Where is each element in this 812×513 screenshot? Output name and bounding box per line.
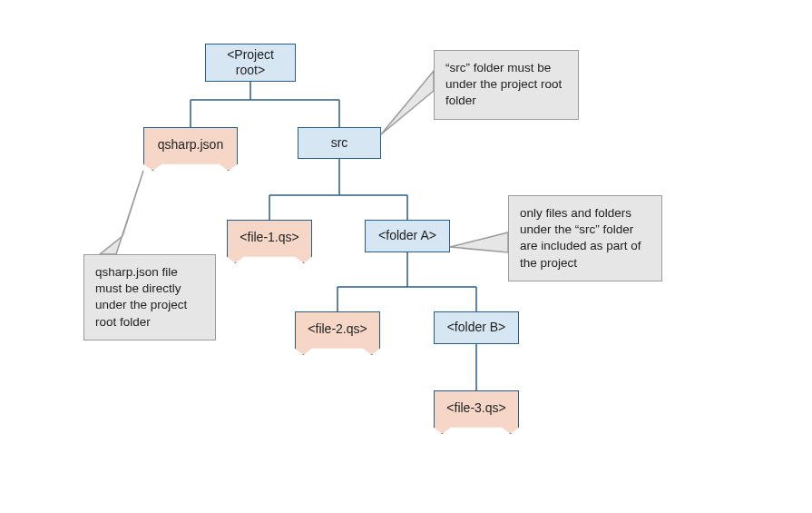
node-qsharp-json: qsharp.json bbox=[143, 127, 238, 171]
callout-text: “src” folder must be under the project r… bbox=[445, 61, 562, 107]
callout-folder: only files and folders under the “src” f… bbox=[508, 195, 662, 281]
callout-text: qsharp.json file must be directly under … bbox=[95, 265, 187, 329]
callout-text: only files and folders under the “src” f… bbox=[520, 206, 641, 270]
node-file-3: <file-3.qs> bbox=[434, 390, 519, 434]
callout-qsharp-json: qsharp.json file must be directly under … bbox=[83, 254, 216, 340]
node-src: src bbox=[298, 127, 381, 159]
node-file-2: <file-2.qs> bbox=[295, 311, 380, 355]
callout-src: “src” folder must be under the project r… bbox=[434, 50, 579, 120]
node-label: <Project root> bbox=[211, 47, 289, 79]
node-folder-a: <folder A> bbox=[365, 220, 450, 252]
node-label: qsharp.json bbox=[158, 137, 223, 153]
node-label: <file-2.qs> bbox=[308, 321, 367, 338]
node-label: <folder B> bbox=[447, 320, 506, 336]
node-label: src bbox=[331, 135, 348, 152]
node-file-1: <file-1.qs> bbox=[227, 220, 312, 263]
node-label: <file-1.qs> bbox=[240, 230, 298, 246]
svg-marker-15 bbox=[450, 232, 508, 252]
diagram-canvas: <Project root> qsharp.json src <file-1.q… bbox=[0, 0, 812, 513]
node-label: <file-3.qs> bbox=[446, 400, 505, 417]
node-project-root: <Project root> bbox=[205, 44, 296, 82]
node-folder-b: <folder B> bbox=[434, 311, 519, 344]
node-label: <folder A> bbox=[378, 228, 436, 244]
svg-marker-14 bbox=[381, 71, 434, 134]
svg-marker-13 bbox=[100, 171, 143, 254]
